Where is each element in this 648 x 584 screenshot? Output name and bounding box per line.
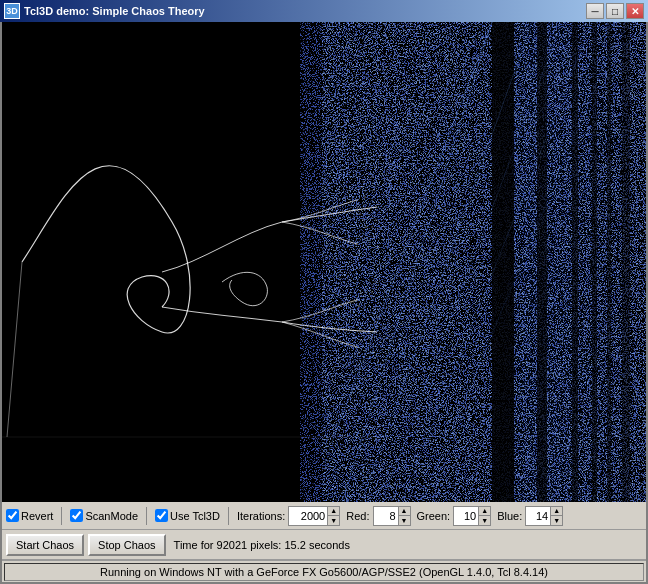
svg-point-24 xyxy=(364,196,365,197)
svg-point-29 xyxy=(356,299,357,300)
green-spinner[interactable]: ▲ ▼ xyxy=(453,506,491,526)
red-label: Red: xyxy=(346,510,369,522)
svg-point-39 xyxy=(377,203,379,205)
usetcl3d-group: Use Tcl3D xyxy=(155,509,220,522)
svg-point-28 xyxy=(360,236,361,237)
svg-point-34 xyxy=(360,339,361,340)
svg-point-30 xyxy=(358,305,359,306)
system-status-text: Running on Windows NT with a GeForce FX … xyxy=(100,566,548,578)
system-status: Running on Windows NT with a GeForce FX … xyxy=(4,563,644,581)
svg-point-44 xyxy=(377,246,379,248)
usetcl3d-label: Use Tcl3D xyxy=(170,510,220,522)
red-input[interactable] xyxy=(374,507,398,525)
red-up[interactable]: ▲ xyxy=(399,507,410,517)
svg-point-26 xyxy=(356,243,357,244)
iterations-group: Iterations: ▲ ▼ xyxy=(237,506,340,526)
svg-point-48 xyxy=(377,316,379,318)
scanmode-checkbox[interactable] xyxy=(70,509,83,522)
svg-point-25 xyxy=(365,226,366,227)
svg-point-36 xyxy=(371,176,373,178)
buttons-row: Start Chaos Stop Chaos Time for 92021 pi… xyxy=(2,530,646,560)
window-body: Revert ScanMode Use Tcl3D Iterations: ▲ … xyxy=(0,22,648,584)
app-icon: 3D xyxy=(4,3,20,19)
iterations-arrows: ▲ ▼ xyxy=(327,507,339,525)
svg-point-23 xyxy=(363,181,364,182)
svg-point-43 xyxy=(375,219,377,221)
separator-2 xyxy=(146,507,147,525)
svg-point-32 xyxy=(356,346,357,347)
controls-row: Revert ScanMode Use Tcl3D Iterations: ▲ … xyxy=(2,502,646,530)
iterations-input[interactable] xyxy=(289,507,327,525)
svg-point-17 xyxy=(356,199,357,200)
blue-label: Blue: xyxy=(497,510,522,522)
chaos-canvas xyxy=(2,22,646,502)
svg-point-49 xyxy=(371,336,373,338)
svg-rect-5 xyxy=(537,22,547,502)
blue-down[interactable]: ▼ xyxy=(551,516,562,525)
revert-checkbox[interactable] xyxy=(6,509,19,522)
green-label: Green: xyxy=(417,510,451,522)
green-group: Green: ▲ ▼ xyxy=(417,506,492,526)
iterations-up[interactable]: ▲ xyxy=(328,507,339,517)
red-spinner[interactable]: ▲ ▼ xyxy=(373,506,411,526)
blue-group: Blue: ▲ ▼ xyxy=(497,506,563,526)
timing-status: Time for 92021 pixels: 15.2 seconds xyxy=(174,539,350,551)
iterations-spinner[interactable]: ▲ ▼ xyxy=(288,506,340,526)
revert-group: Revert xyxy=(6,509,53,522)
scanmode-label: ScanMode xyxy=(85,510,138,522)
svg-point-33 xyxy=(358,352,359,353)
revert-label: Revert xyxy=(21,510,53,522)
scanmode-group: ScanMode xyxy=(70,509,138,522)
iterations-label: Iterations: xyxy=(237,510,285,522)
svg-point-52 xyxy=(377,361,379,363)
stop-chaos-button[interactable]: Stop Chaos xyxy=(88,534,165,556)
svg-point-51 xyxy=(375,321,377,323)
svg-point-45 xyxy=(371,291,373,293)
svg-point-46 xyxy=(373,306,375,308)
svg-point-21 xyxy=(361,186,362,187)
svg-point-42 xyxy=(373,236,375,238)
svg-point-50 xyxy=(373,351,375,353)
green-arrows: ▲ ▼ xyxy=(478,507,490,525)
title-buttons: ─ □ ✕ xyxy=(586,3,644,19)
iterations-down[interactable]: ▼ xyxy=(328,516,339,525)
status-bar: Running on Windows NT with a GeForce FX … xyxy=(2,560,646,582)
green-down[interactable]: ▼ xyxy=(479,516,490,525)
svg-rect-9 xyxy=(622,22,630,502)
blue-up[interactable]: ▲ xyxy=(551,507,562,517)
svg-point-31 xyxy=(360,292,361,293)
svg-point-47 xyxy=(375,281,377,283)
title-bar: 3D Tcl3D demo: Simple Chaos Theory ─ □ ✕ xyxy=(0,0,648,22)
blue-input[interactable] xyxy=(526,507,550,525)
svg-point-27 xyxy=(358,249,359,250)
red-group: Red: ▲ ▼ xyxy=(346,506,410,526)
svg-rect-7 xyxy=(592,22,597,502)
usetcl3d-checkbox[interactable] xyxy=(155,509,168,522)
start-chaos-button[interactable]: Start Chaos xyxy=(6,534,84,556)
red-down[interactable]: ▼ xyxy=(399,516,410,525)
chaos-visualization xyxy=(2,22,646,502)
separator-1 xyxy=(61,507,62,525)
close-button[interactable]: ✕ xyxy=(626,3,644,19)
svg-point-22 xyxy=(362,219,363,220)
svg-rect-6 xyxy=(572,22,578,502)
svg-point-38 xyxy=(375,166,377,168)
svg-point-41 xyxy=(371,226,373,228)
green-up[interactable]: ▲ xyxy=(479,507,490,517)
blue-arrows: ▲ ▼ xyxy=(550,507,562,525)
separator-3 xyxy=(228,507,229,525)
svg-rect-4 xyxy=(492,22,514,502)
window-title: Tcl3D demo: Simple Chaos Theory xyxy=(24,5,205,17)
svg-point-40 xyxy=(379,156,381,158)
svg-point-20 xyxy=(359,213,360,214)
green-input[interactable] xyxy=(454,507,478,525)
svg-rect-8 xyxy=(607,22,611,502)
title-bar-text: 3D Tcl3D demo: Simple Chaos Theory xyxy=(4,3,205,19)
maximize-button[interactable]: □ xyxy=(606,3,624,19)
svg-point-18 xyxy=(357,206,358,207)
svg-point-37 xyxy=(373,189,375,191)
minimize-button[interactable]: ─ xyxy=(586,3,604,19)
red-arrows: ▲ ▼ xyxy=(398,507,410,525)
svg-point-19 xyxy=(358,191,359,192)
blue-spinner[interactable]: ▲ ▼ xyxy=(525,506,563,526)
